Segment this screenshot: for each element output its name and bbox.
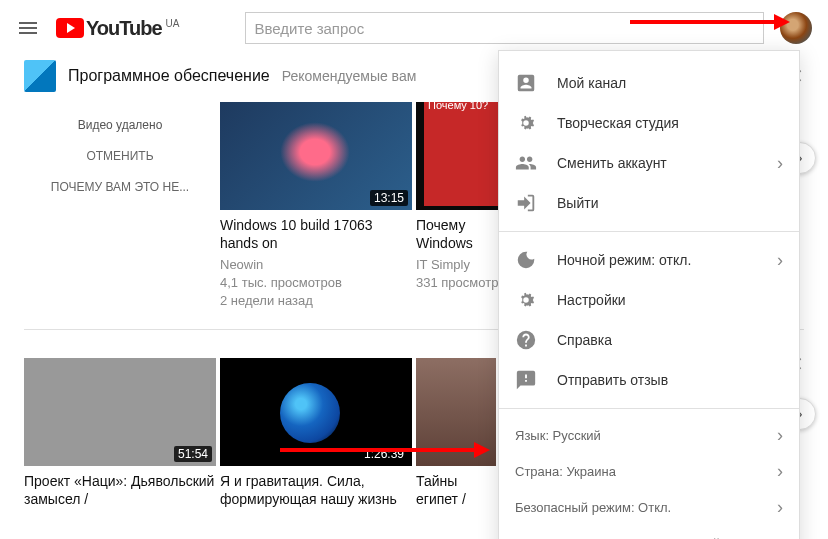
menu-label: Язык: Русский (515, 428, 601, 443)
video-card[interactable]: Тайны египет / Lost Secrets (416, 358, 496, 508)
gear-icon (515, 112, 537, 134)
menu-label: Вернуться к классическому дизайну (515, 536, 734, 540)
menu-classic-design[interactable]: Вернуться к классическому дизайну (499, 525, 799, 539)
video-title[interactable]: Проект «Наци»: Дьявольский замысел / (24, 472, 216, 508)
logo-text: YouTube (86, 17, 162, 40)
video-card[interactable]: 51:54 Проект «Наци»: Дьявольский замысел… (24, 358, 216, 508)
video-age: 2 недели назад (220, 292, 412, 310)
menu-label: Сменить аккаунт (557, 155, 667, 171)
chevron-right-icon: › (777, 497, 783, 518)
menu-label: Настройки (557, 292, 626, 308)
channel-icon[interactable] (24, 60, 56, 92)
feedback-icon (515, 369, 537, 391)
channel-name[interactable]: Программное обеспечение (68, 67, 270, 85)
menu-settings[interactable]: Настройки (499, 280, 799, 320)
youtube-logo[interactable]: YouTube UA (56, 17, 179, 40)
video-channel[interactable]: IT Simply (416, 256, 506, 274)
undo-button[interactable]: ОТМЕНИТЬ (86, 149, 153, 163)
menu-restricted-mode[interactable]: Безопасный режим: Откл. › (499, 489, 799, 525)
annotation-arrow-restricted (280, 448, 480, 452)
video-views: 4,1 тыс. просмотров (220, 274, 412, 292)
menu-label: Выйти (557, 195, 598, 211)
menu-label: Ночной режим: откл. (557, 252, 691, 268)
duration-badge: 51:54 (174, 446, 212, 462)
menu-country[interactable]: Страна: Украина › (499, 453, 799, 489)
video-channel[interactable]: Neowin (220, 256, 412, 274)
menu-language[interactable]: Язык: Русский › (499, 417, 799, 453)
menu-label: Отправить отзыв (557, 372, 668, 388)
menu-my-channel[interactable]: Мой канал (499, 63, 799, 103)
video-card[interactable]: 13:15 Windows 10 build 17063 hands on Ne… (220, 102, 412, 311)
menu-separator (499, 231, 799, 232)
menu-switch-account[interactable]: Сменить аккаунт › (499, 143, 799, 183)
video-thumbnail[interactable]: 51:54 (24, 358, 216, 466)
menu-sign-out[interactable]: Выйти (499, 183, 799, 223)
moon-icon (515, 249, 537, 271)
deleted-label: Видео удалено (78, 118, 163, 132)
menu-label: Творческая студия (557, 115, 679, 131)
video-views: 331 просмотр (416, 274, 506, 292)
menu-button[interactable] (16, 16, 40, 40)
recommended-label: Рекомендуемые вам (282, 68, 417, 84)
menu-feedback[interactable]: Отправить отзыв (499, 360, 799, 400)
chevron-right-icon: › (777, 153, 783, 174)
chevron-right-icon: › (777, 461, 783, 482)
menu-label: Справка (557, 332, 612, 348)
video-title[interactable]: Почему Windows имеют такие (416, 216, 506, 252)
logo-locale: UA (166, 18, 180, 29)
video-thumbnail[interactable]: Почему 10? (416, 102, 506, 210)
chevron-right-icon: › (777, 250, 783, 271)
duration-badge: 13:15 (370, 190, 408, 206)
exit-icon (515, 192, 537, 214)
video-title[interactable]: Windows 10 build 17063 hands on (220, 216, 412, 252)
menu-creator-studio[interactable]: Творческая студия (499, 103, 799, 143)
menu-separator (499, 408, 799, 409)
account-box-icon (515, 72, 537, 94)
menu-label: Страна: Украина (515, 464, 616, 479)
why-link[interactable]: ПОЧЕМУ ВАМ ЭТО НЕ... (51, 180, 189, 194)
chevron-right-icon: › (777, 425, 783, 446)
video-title[interactable]: Я и гравитация. Сила, формирующая нашу ж… (220, 472, 412, 508)
youtube-play-icon (56, 18, 84, 38)
thumbnail-overlay: Почему 10? (424, 102, 506, 206)
gear-icon (515, 289, 537, 311)
video-card[interactable]: 1:26:39 Я и гравитация. Сила, формирующа… (220, 358, 412, 508)
help-icon (515, 329, 537, 351)
video-thumbnail[interactable]: 13:15 (220, 102, 412, 210)
people-icon (515, 152, 537, 174)
menu-help[interactable]: Справка (499, 320, 799, 360)
menu-label: Безопасный режим: Откл. (515, 500, 671, 515)
search-input[interactable] (245, 12, 764, 44)
menu-dark-mode[interactable]: Ночной режим: откл. › (499, 240, 799, 280)
video-card[interactable]: Почему 10? Почему Windows имеют такие IT… (416, 102, 506, 311)
video-card-deleted: Видео удалено ОТМЕНИТЬ ПОЧЕМУ ВАМ ЭТО НЕ… (24, 102, 216, 311)
account-dropdown: Мой канал Творческая студия Сменить акка… (498, 50, 800, 539)
annotation-arrow-avatar (630, 20, 780, 24)
video-title[interactable]: Тайны египет / Lost Secrets (416, 472, 496, 508)
menu-label: Мой канал (557, 75, 626, 91)
